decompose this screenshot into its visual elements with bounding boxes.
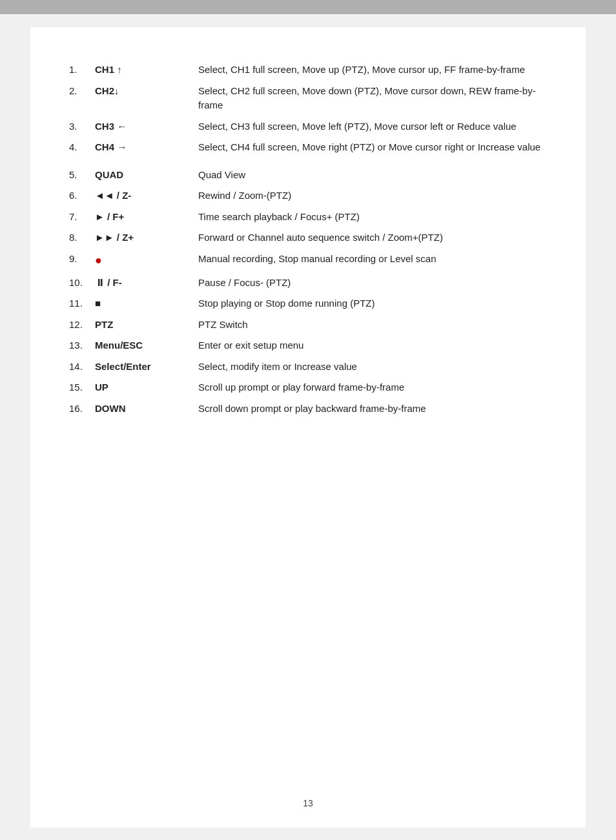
- item-number: 3.: [69, 116, 95, 138]
- item-number: 11.: [69, 293, 95, 314]
- item-description: Manual recording, Stop manual recording …: [198, 249, 547, 272]
- table-row: 1.CH1 ↑Select, CH1 full screen, Move up …: [69, 59, 547, 81]
- item-description: Select, CH4 full screen, Move right (PTZ…: [198, 137, 547, 158]
- item-description: Rewind / Zoom-(PTZ): [198, 185, 547, 207]
- table-row: 14.Select/EnterSelect, modify item or In…: [69, 356, 547, 378]
- item-description: Pause / Focus- (PTZ): [198, 272, 547, 294]
- header-bar: [0, 0, 616, 14]
- item-label: CH1 ↑: [95, 59, 198, 81]
- table-row: 16.DOWNScroll down prompt or play backwa…: [69, 398, 547, 420]
- table-row: 5.QUADQuad View: [69, 165, 547, 186]
- item-label: CH3 ←: [95, 116, 198, 138]
- item-number: 7.: [69, 207, 95, 228]
- item-number: 8.: [69, 227, 95, 249]
- item-number: 1.: [69, 59, 95, 81]
- item-number: 16.: [69, 398, 95, 420]
- item-number: 12.: [69, 314, 95, 336]
- table-row: 10.⏸ / F-Pause / Focus- (PTZ): [69, 272, 547, 294]
- item-number: 13.: [69, 335, 95, 356]
- table-row: 7.► / F+Time search playback / Focus+ (P…: [69, 207, 547, 228]
- item-number: 2.: [69, 81, 95, 116]
- item-number: 5.: [69, 165, 95, 186]
- item-label: Select/Enter: [95, 356, 198, 378]
- table-row: 8.►► / Z+Forward or Channel auto sequenc…: [69, 227, 547, 249]
- item-label: ► / F+: [95, 207, 198, 228]
- item-description: Forward or Channel auto sequence switch …: [198, 227, 547, 249]
- table-row: 3.CH3 ←Select, CH3 full screen, Move lef…: [69, 116, 547, 138]
- item-label: ►► / Z+: [95, 227, 198, 249]
- item-label: Menu/ESC: [95, 335, 198, 356]
- table-row: 4.CH4 →Select, CH4 full screen, Move rig…: [69, 137, 547, 158]
- item-label: DOWN: [95, 398, 198, 420]
- table-row: 11.■Stop playing or Stop dome running (P…: [69, 293, 547, 314]
- item-label: ◄◄ / Z-: [95, 185, 198, 207]
- table-row: 6.◄◄ / Z-Rewind / Zoom-(PTZ): [69, 185, 547, 207]
- content-table: 1.CH1 ↑Select, CH1 full screen, Move up …: [69, 59, 547, 419]
- item-number: 4.: [69, 137, 95, 158]
- item-description: Scroll up prompt or play forward frame-b…: [198, 377, 547, 398]
- item-label: CH4 →: [95, 137, 198, 158]
- table-row: 9.●Manual recording, Stop manual recordi…: [69, 249, 547, 272]
- item-number: 9.: [69, 249, 95, 272]
- table-row: 12.PTZPTZ Switch: [69, 314, 547, 336]
- item-label: ●: [95, 249, 198, 272]
- item-label: CH2↓: [95, 81, 198, 116]
- page-number: 13: [303, 798, 313, 808]
- item-label: PTZ: [95, 314, 198, 336]
- table-row: 2.CH2↓Select, CH2 full screen, Move down…: [69, 81, 547, 116]
- item-number: 6.: [69, 185, 95, 207]
- item-description: Time search playback / Focus+ (PTZ): [198, 207, 547, 228]
- item-description: Stop playing or Stop dome running (PTZ): [198, 293, 547, 314]
- item-label: UP: [95, 377, 198, 398]
- item-description: Quad View: [198, 165, 547, 186]
- item-description: Scroll down prompt or play backward fram…: [198, 398, 547, 420]
- item-description: Select, CH2 full screen, Move down (PTZ)…: [198, 81, 547, 116]
- table-row: 15.UPScroll up prompt or play forward fr…: [69, 377, 547, 398]
- item-description: Enter or exit setup menu: [198, 335, 547, 356]
- item-label: ■: [95, 293, 198, 314]
- item-description: Select, CH1 full screen, Move up (PTZ), …: [198, 59, 547, 81]
- item-label: ⏸ / F-: [95, 272, 198, 294]
- table-row: 13.Menu/ESCEnter or exit setup menu: [69, 335, 547, 356]
- item-description: Select, CH3 full screen, Move left (PTZ)…: [198, 116, 547, 138]
- item-number: 15.: [69, 377, 95, 398]
- item-number: 14.: [69, 356, 95, 378]
- item-description: PTZ Switch: [198, 314, 547, 336]
- item-description: Select, modify item or Increase value: [198, 356, 547, 378]
- item-number: 10.: [69, 272, 95, 294]
- item-label: QUAD: [95, 165, 198, 186]
- spacer-row: [69, 158, 547, 165]
- page-content: 1.CH1 ↑Select, CH1 full screen, Move up …: [30, 27, 586, 828]
